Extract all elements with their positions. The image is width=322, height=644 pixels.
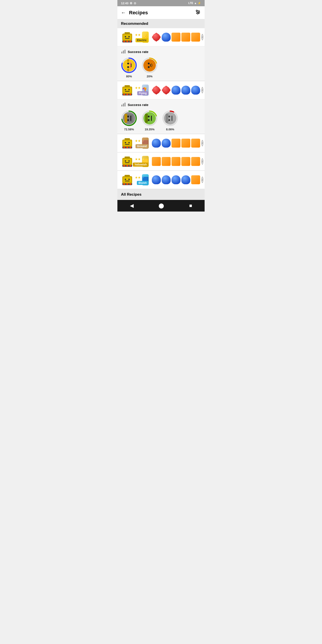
back-button[interactable]: ← xyxy=(121,10,126,16)
result-gray-8: 8.06% xyxy=(162,110,178,131)
cooker-icon-bluish xyxy=(121,174,134,186)
item-orange-yel-5 xyxy=(191,157,200,166)
items-ground xyxy=(152,139,200,148)
svg-rect-101 xyxy=(125,181,130,181)
item-blue-blu-4 xyxy=(181,175,190,184)
nav-back-button[interactable]: ◀ xyxy=(130,203,134,209)
nav-home-button[interactable]: ⬤ xyxy=(158,203,164,209)
pct-gray-8: 8.06% xyxy=(166,128,174,131)
svg-point-85 xyxy=(126,165,128,166)
svg-point-4 xyxy=(198,12,200,13)
result-pikachu-80: 80% xyxy=(121,57,137,78)
circle-raichu xyxy=(142,57,158,73)
items-electric xyxy=(152,33,200,42)
info-button-bluish[interactable]: i xyxy=(202,177,203,183)
item-blue-blu-3 xyxy=(172,175,180,184)
svg-rect-55 xyxy=(130,116,131,121)
success-header-2: Success rate xyxy=(121,102,201,108)
pct-green-72: 72.58% xyxy=(124,128,134,131)
svg-rect-72 xyxy=(166,114,168,123)
item-orange-yel-2 xyxy=(162,157,170,166)
svg-rect-47 xyxy=(124,103,126,106)
all-recipes-header: All Recipes xyxy=(118,189,204,200)
svg-point-70 xyxy=(168,116,170,118)
lte-label: LTE xyxy=(188,2,193,5)
cooker-icon-flying xyxy=(121,84,134,96)
status-bar: 12:43 ⚙ ⊙ LTE ▲ ⚡ xyxy=(118,0,204,6)
info-button-yellowish[interactable]: i xyxy=(202,158,203,164)
bar-chart-icon xyxy=(121,49,126,54)
result-lightgreen-19: 19.35% xyxy=(142,110,158,131)
settings-icon: ⚙ xyxy=(130,2,132,5)
svg-rect-17 xyxy=(123,50,124,54)
type-badge-bluish: Bluish xyxy=(137,181,148,185)
svg-rect-26 xyxy=(131,64,132,67)
filter-button[interactable] xyxy=(195,9,201,16)
svg-point-5 xyxy=(197,13,198,14)
result-raichu-20: 20% xyxy=(142,57,158,78)
svg-rect-34 xyxy=(150,64,151,67)
pct-pikachu: 80% xyxy=(126,75,132,78)
circle-lightgreen xyxy=(142,110,158,126)
circle-pikachu xyxy=(121,57,137,73)
info-button-ground[interactable]: i xyxy=(202,140,203,146)
ingredient-yellowish: 🟨 Yellowish xyxy=(142,156,149,167)
item-orange-3 xyxy=(191,33,200,42)
item-orange-blu-1 xyxy=(191,175,200,184)
item-red-gem-fly-1 xyxy=(152,86,161,94)
info-button-flying[interactable]: i xyxy=(202,87,203,93)
svg-rect-27 xyxy=(127,69,129,72)
svg-point-74 xyxy=(123,146,125,148)
item-blue-blu-1 xyxy=(152,175,161,184)
svg-rect-45 xyxy=(122,105,122,106)
face-green xyxy=(123,112,135,124)
svg-point-33 xyxy=(148,62,150,64)
info-button-electric[interactable]: i xyxy=(202,34,203,40)
item-orange-yel-3 xyxy=(172,157,180,166)
svg-point-54 xyxy=(127,116,129,118)
bar-chart-icon-2 xyxy=(121,102,126,108)
svg-rect-63 xyxy=(151,116,152,121)
svg-rect-98 xyxy=(123,177,131,182)
pct-raichu: 20% xyxy=(147,75,152,78)
bottom-nav: ◀ ⬤ ■ xyxy=(118,200,204,212)
item-orange-grnd-3 xyxy=(191,139,200,148)
svg-point-31 xyxy=(143,59,156,72)
result-green-72: 72.58% xyxy=(121,110,137,131)
svg-point-69 xyxy=(168,119,170,121)
svg-rect-16 xyxy=(122,52,122,54)
item-orange-grnd-2 xyxy=(181,139,190,148)
item-orange-2 xyxy=(181,33,190,42)
svg-rect-82 xyxy=(124,138,130,140)
pokemon-results-2: 72.58% xyxy=(121,110,201,131)
item-blue-gem-fly-1 xyxy=(172,86,180,94)
svg-point-79 xyxy=(125,142,126,143)
type-badge-ground: Ground xyxy=(136,144,148,148)
item-blue-grnd-1 xyxy=(152,139,161,148)
svg-point-7 xyxy=(123,40,125,42)
svg-point-32 xyxy=(148,66,150,68)
recipe-bluish: ★★ ★ 🟦 Bluish i xyxy=(118,171,204,189)
svg-point-23 xyxy=(127,62,129,64)
svg-point-89 xyxy=(125,160,126,162)
cooker-icon-electric xyxy=(121,31,134,44)
autosync-icon: ⊙ xyxy=(134,2,136,5)
item-orange-yel-4 xyxy=(181,157,190,166)
svg-point-12 xyxy=(125,36,126,37)
svg-point-36 xyxy=(123,94,125,95)
svg-point-84 xyxy=(123,165,125,166)
svg-rect-11 xyxy=(123,34,131,40)
pokemon-results-1: 80% 20% xyxy=(121,57,201,78)
nav-recent-button[interactable]: ■ xyxy=(189,203,192,209)
item-orange-1 xyxy=(172,33,180,42)
svg-rect-78 xyxy=(123,140,131,146)
svg-point-3 xyxy=(196,10,198,12)
item-blue-gem-fly-2 xyxy=(181,86,190,94)
circle-green xyxy=(121,110,137,126)
svg-rect-40 xyxy=(123,88,131,93)
svg-point-62 xyxy=(148,116,150,118)
battery-icon: ⚡ xyxy=(198,2,201,5)
success-label-1: Success rate xyxy=(128,50,148,54)
recipe-electric: ★★ ★ ⚡ Electric i xyxy=(118,28,204,46)
signal-icon: ▲ xyxy=(194,2,197,5)
